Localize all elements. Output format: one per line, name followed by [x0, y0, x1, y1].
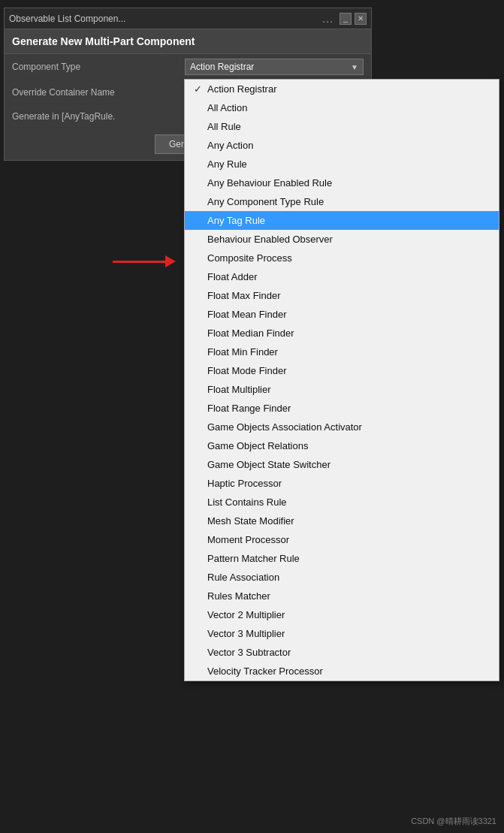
dialog-header: Generate New Multi-Part Component	[5, 29, 371, 54]
item-label-haptic-processor: Haptic Processor	[207, 478, 490, 489]
dropdown-item-float-min-finder[interactable]: Float Min Finder	[185, 343, 499, 361]
item-label-float-mean-finder: Float Mean Finder	[207, 309, 490, 320]
dropdown-item-mesh-state-modifier[interactable]: Mesh State Modifier	[185, 512, 499, 530]
dropdown-item-composite-process[interactable]: Composite Process	[185, 249, 499, 267]
dropdown-item-vector-3-multiplier[interactable]: Vector 3 Multiplier	[185, 624, 499, 643]
component-type-label: Component Type	[12, 62, 185, 72]
item-label-game-objects-association-activator: Game Objects Association Activator	[207, 421, 490, 433]
check-mark-action-registrar: ✓	[194, 83, 207, 95]
item-label-list-contains-rule: List Contains Rule	[207, 496, 490, 508]
item-label-float-adder: Float Adder	[207, 271, 490, 282]
item-label-moment-processor: Moment Processor	[207, 534, 490, 545]
override-container-label: Override Container Name	[12, 87, 185, 98]
dropdown-item-float-range-finder[interactable]: Float Range Finder	[185, 399, 499, 418]
item-label-vector-3-subtractor: Vector 3 Subtractor	[207, 647, 490, 658]
item-label-any-component-type-rule: Any Component Type Rule	[207, 196, 490, 207]
item-label-behaviour-enabled-observer: Behaviour Enabled Observer	[207, 234, 490, 245]
window-title: Observable List Componen...	[9, 14, 125, 24]
dropdown-item-any-tag-rule[interactable]: Any Tag Rule	[185, 211, 499, 230]
arrow-line	[113, 261, 165, 263]
item-label-game-object-state-switcher: Game Object State Switcher	[207, 459, 490, 470]
item-label-any-rule: Any Rule	[207, 158, 490, 170]
dropdown-item-any-action[interactable]: Any Action	[185, 136, 499, 155]
item-label-vector-2-multiplier: Vector 2 Multiplier	[207, 609, 490, 620]
close-icon: ✕	[358, 14, 364, 23]
generate-in-label: Generate in [AnyTagRule.	[12, 111, 185, 122]
item-label-float-max-finder: Float Max Finder	[207, 290, 490, 301]
item-label-vector-3-multiplier: Vector 3 Multiplier	[207, 628, 490, 639]
item-label-mesh-state-modifier: Mesh State Modifier	[207, 515, 490, 527]
dropdown-arrow-icon: ▼	[351, 63, 358, 71]
item-label-all-rule: All Rule	[207, 121, 490, 132]
red-arrow	[113, 255, 176, 267]
dropdown-item-any-component-type-rule[interactable]: Any Component Type Rule	[185, 192, 499, 211]
item-label-any-action: Any Action	[207, 140, 490, 151]
item-label-float-range-finder: Float Range Finder	[207, 403, 490, 414]
window-menu-dots[interactable]: ...	[319, 13, 337, 25]
dropdown-item-game-objects-association-activator[interactable]: Game Objects Association Activator	[185, 418, 499, 436]
arrow-head	[165, 255, 176, 267]
dropdown-item-game-object-relations[interactable]: Game Object Relations	[185, 436, 499, 455]
arrow-indicator	[113, 255, 176, 267]
item-label-float-min-finder: Float Min Finder	[207, 346, 490, 358]
dropdown-item-vector-2-multiplier[interactable]: Vector 2 Multiplier	[185, 605, 499, 624]
dropdown-item-float-mean-finder[interactable]: Float Mean Finder	[185, 305, 499, 324]
dropdown-item-haptic-processor[interactable]: Haptic Processor	[185, 474, 499, 493]
item-label-any-tag-rule: Any Tag Rule	[207, 215, 490, 226]
dropdown-item-pattern-matcher-rule[interactable]: Pattern Matcher Rule	[185, 549, 499, 568]
dropdown-item-float-mode-finder[interactable]: Float Mode Finder	[185, 361, 499, 380]
window-titlebar: Observable List Componen... ... _ ✕	[5, 8, 371, 29]
item-label-float-multiplier: Float Multiplier	[207, 384, 490, 395]
dropdown-item-any-behaviour-enabled-rule[interactable]: Any Behaviour Enabled Rule	[185, 174, 499, 192]
window-controls: ... _ ✕	[319, 13, 367, 25]
item-label-velocity-tracker-processor: Velocity Tracker Processor	[207, 665, 490, 677]
window-minimize-button[interactable]: _	[340, 13, 352, 25]
dropdown-item-float-multiplier[interactable]: Float Multiplier	[185, 380, 499, 399]
dropdown-item-moment-processor[interactable]: Moment Processor	[185, 530, 499, 549]
item-label-float-median-finder: Float Median Finder	[207, 327, 490, 339]
dropdown-item-rule-association[interactable]: Rule Association	[185, 568, 499, 587]
watermark: CSDN @晴耕雨读3321	[411, 816, 496, 827]
item-label-pattern-matcher-rule: Pattern Matcher Rule	[207, 553, 490, 564]
dropdown-item-float-median-finder[interactable]: Float Median Finder	[185, 324, 499, 343]
item-label-action-registrar: Action Registrar	[207, 83, 490, 95]
dropdown-item-action-registrar[interactable]: ✓Action Registrar	[185, 80, 499, 98]
dropdown-item-rules-matcher[interactable]: Rules Matcher	[185, 587, 499, 605]
item-label-float-mode-finder: Float Mode Finder	[207, 365, 490, 376]
item-label-all-action: All Action	[207, 102, 490, 113]
dialog-title: Generate New Multi-Part Component	[12, 35, 195, 47]
dropdown-item-all-rule[interactable]: All Rule	[185, 117, 499, 136]
component-type-dropdown[interactable]: Action Registrar ▼	[185, 59, 364, 75]
component-type-row: Component Type Action Registrar ▼	[5, 54, 371, 80]
item-label-game-object-relations: Game Object Relations	[207, 440, 490, 451]
dropdown-item-vector-3-subtractor[interactable]: Vector 3 Subtractor	[185, 643, 499, 662]
dropdown-item-float-max-finder[interactable]: Float Max Finder	[185, 286, 499, 305]
dropdown-item-behaviour-enabled-observer[interactable]: Behaviour Enabled Observer	[185, 230, 499, 249]
item-label-composite-process: Composite Process	[207, 252, 490, 264]
dropdown-item-velocity-tracker-processor[interactable]: Velocity Tracker Processor	[185, 662, 499, 681]
dropdown-item-list-contains-rule[interactable]: List Contains Rule	[185, 493, 499, 512]
component-type-value: Action Registrar	[190, 62, 254, 72]
window-close-button[interactable]: ✕	[355, 13, 367, 25]
minimize-icon: _	[343, 14, 348, 23]
item-label-rule-association: Rule Association	[207, 572, 490, 583]
item-label-any-behaviour-enabled-rule: Any Behaviour Enabled Rule	[207, 177, 490, 189]
dropdown-list: ✓Action RegistrarAll ActionAll RuleAny A…	[184, 79, 499, 681]
dropdown-item-all-action[interactable]: All Action	[185, 98, 499, 117]
item-label-rules-matcher: Rules Matcher	[207, 590, 490, 602]
dropdown-item-game-object-state-switcher[interactable]: Game Object State Switcher	[185, 455, 499, 474]
dropdown-item-any-rule[interactable]: Any Rule	[185, 155, 499, 174]
dropdown-item-float-adder[interactable]: Float Adder	[185, 267, 499, 286]
